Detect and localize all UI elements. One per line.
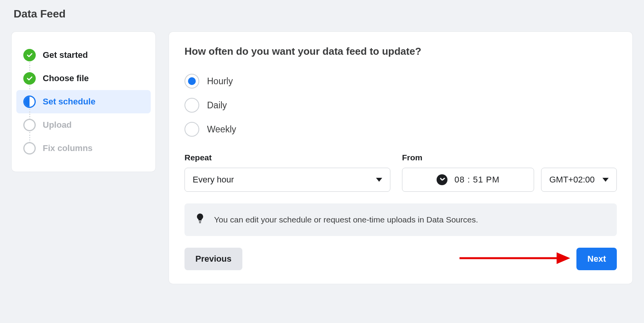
step-fix-columns[interactable]: Fix columns	[16, 137, 151, 160]
svg-marker-3	[557, 252, 570, 264]
svg-rect-1	[199, 222, 201, 223]
check-circle-icon	[23, 72, 36, 85]
from-controls: 08 : 51 PM GMT+02:00	[402, 168, 617, 192]
radio-label: Daily	[207, 100, 227, 111]
repeat-select[interactable]: Every hour	[184, 168, 390, 192]
previous-button[interactable]: Previous	[184, 248, 242, 270]
radio-hourly[interactable]: Hourly	[184, 69, 617, 93]
repeat-field: Repeat Every hour	[184, 153, 390, 192]
radio-daily[interactable]: Daily	[184, 93, 617, 117]
arrow-icon	[458, 248, 570, 268]
info-box: You can edit your schedule or request on…	[184, 203, 617, 236]
chevron-down-icon	[602, 178, 609, 182]
svg-rect-0	[199, 221, 201, 222]
step-label: Fix columns	[43, 143, 92, 153]
arrow-annotation	[458, 248, 570, 269]
schedule-question: How often do you want your data feed to …	[184, 45, 617, 57]
empty-circle-icon	[23, 119, 36, 131]
step-label: Get started	[43, 50, 88, 60]
clock-icon	[437, 174, 447, 185]
chevron-down-icon	[376, 178, 382, 182]
main-panel: How often do you want your data feed to …	[169, 32, 632, 284]
timezone-value: GMT+02:00	[549, 175, 595, 185]
radio-circle-icon	[184, 122, 199, 137]
step-get-started[interactable]: Get started	[16, 43, 151, 67]
step-choose-file[interactable]: Choose file	[16, 67, 151, 90]
next-button[interactable]: Next	[576, 248, 617, 270]
page-title: Data Feed	[14, 8, 632, 20]
step-label: Upload	[43, 120, 72, 130]
step-upload[interactable]: Upload	[16, 113, 151, 137]
radio-label: Hourly	[207, 76, 233, 87]
field-row: Repeat Every hour From 08 : 51 PM GMT+02…	[184, 153, 617, 192]
step-set-schedule[interactable]: Set schedule	[16, 90, 151, 113]
radio-label: Weekly	[207, 124, 236, 135]
button-row: Previous Next	[184, 248, 617, 270]
next-wrapper: Next	[576, 248, 617, 270]
from-label: From	[402, 153, 617, 162]
timezone-select[interactable]: GMT+02:00	[541, 168, 617, 192]
sidebar: Get started Choose file Set schedule Upl…	[12, 32, 155, 172]
check-circle-icon	[23, 49, 36, 61]
repeat-label: Repeat	[184, 153, 390, 162]
from-field: From 08 : 51 PM GMT+02:00	[402, 153, 617, 192]
radio-circle-icon	[184, 74, 199, 89]
half-circle-icon	[23, 96, 36, 108]
empty-circle-icon	[23, 142, 36, 155]
info-text: You can edit your schedule or request on…	[214, 215, 478, 224]
frequency-radio-group: Hourly Daily Weekly	[184, 69, 617, 141]
radio-weekly[interactable]: Weekly	[184, 117, 617, 141]
lightbulb-icon	[195, 213, 205, 227]
time-input[interactable]: 08 : 51 PM	[402, 168, 534, 192]
step-label: Set schedule	[43, 97, 96, 107]
repeat-value: Every hour	[193, 175, 234, 185]
step-label: Choose file	[43, 73, 89, 83]
radio-circle-icon	[184, 98, 199, 113]
layout: Get started Choose file Set schedule Upl…	[12, 32, 632, 284]
time-value: 08 : 51 PM	[454, 175, 500, 185]
